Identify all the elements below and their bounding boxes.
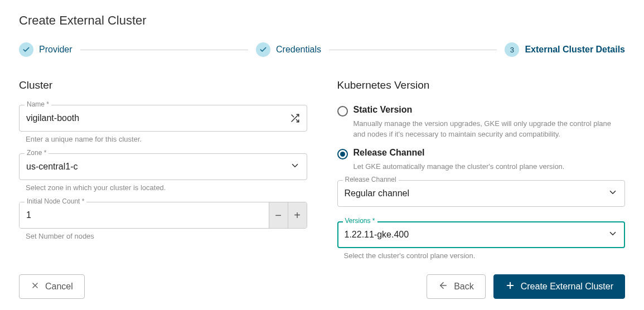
node-count-field-wrapper: Initial Node Count * − +	[19, 202, 307, 229]
channel-label: Release Channel	[343, 176, 399, 183]
svg-line-2	[292, 115, 294, 117]
section-title-cluster: Cluster	[19, 79, 307, 91]
step-provider[interactable]: Provider	[19, 42, 72, 57]
versions-helper: Select the cluster's control plane versi…	[344, 251, 626, 260]
step-number-badge: 3	[505, 42, 519, 57]
footer-actions: Cancel Back Create External Cluster	[19, 274, 625, 299]
zone-value: us-central1-c	[26, 162, 290, 172]
step-credentials[interactable]: Credentials	[256, 42, 321, 57]
create-external-cluster-button[interactable]: Create External Cluster	[493, 274, 625, 299]
radio-release-title: Release Channel	[354, 148, 425, 158]
radio-checked-icon	[337, 149, 348, 159]
step-external-cluster-details: 3 External Cluster Details	[505, 42, 625, 57]
close-icon	[31, 281, 40, 292]
name-input[interactable]	[26, 105, 290, 131]
chevron-down-icon	[608, 229, 618, 241]
radio-static-desc: Manually manage the version upgrades, GK…	[354, 119, 626, 140]
radio-unchecked-icon	[337, 106, 348, 117]
back-label: Back	[454, 282, 474, 292]
zone-helper: Select zone in which your cluster is loc…	[26, 183, 307, 192]
radio-static-version[interactable]: Static Version	[337, 105, 626, 117]
create-label: Create External Cluster	[521, 282, 613, 292]
plus-icon	[505, 280, 515, 293]
name-field-wrapper: Name *	[19, 105, 307, 132]
cancel-label: Cancel	[45, 282, 73, 292]
wizard-stepper: Provider Credentials 3 External Cluster …	[19, 42, 625, 57]
name-label: Name *	[25, 100, 51, 108]
name-helper: Enter a unique name for this cluster.	[26, 135, 307, 143]
node-count-helper: Set Number of nodes	[26, 232, 307, 240]
channel-field-wrapper: Release Channel Regular channel	[337, 180, 626, 207]
node-count-label: Initial Node Count *	[25, 197, 86, 205]
node-count-input[interactable]	[20, 202, 269, 228]
name-field[interactable]	[19, 105, 307, 132]
back-button[interactable]: Back	[427, 274, 486, 299]
versions-label: Versions *	[343, 217, 377, 225]
check-icon	[19, 42, 33, 57]
zone-field-wrapper: Zone * us-central1-c	[19, 153, 307, 180]
decrement-button[interactable]: −	[269, 202, 288, 228]
radio-release-desc: Let GKE automatically manage the cluster…	[354, 162, 626, 172]
chevron-down-icon	[290, 161, 300, 173]
kubernetes-version-section: Kubernetes Version Static Version Manual…	[337, 79, 626, 260]
radio-static-title: Static Version	[354, 105, 413, 115]
channel-select[interactable]: Regular channel	[337, 180, 626, 207]
versions-select[interactable]: 1.22.11-gke.400	[337, 221, 626, 248]
section-title-k8s: Kubernetes Version	[337, 79, 626, 91]
zone-label: Zone *	[25, 149, 49, 157]
increment-button[interactable]: +	[288, 202, 307, 228]
step-label: Credentials	[276, 45, 321, 55]
versions-field-wrapper: Versions * 1.22.11-gke.400	[337, 221, 626, 248]
step-divider	[329, 50, 497, 50]
zone-select[interactable]: us-central1-c	[19, 153, 307, 180]
versions-value: 1.22.11-gke.400	[345, 230, 608, 240]
page-title: Create External Cluster	[19, 13, 625, 28]
cancel-button[interactable]: Cancel	[19, 274, 85, 299]
check-icon	[256, 42, 270, 57]
cluster-section: Cluster Name * Enter a unique name for t…	[19, 79, 307, 260]
shuffle-icon[interactable]	[290, 113, 300, 123]
step-label: Provider	[39, 45, 72, 55]
radio-release-channel[interactable]: Release Channel	[337, 148, 626, 159]
chevron-down-icon	[608, 187, 618, 200]
channel-value: Regular channel	[345, 188, 608, 198]
node-count-stepper[interactable]: − +	[19, 202, 307, 229]
step-divider	[80, 50, 248, 50]
step-label: External Cluster Details	[525, 45, 625, 55]
arrow-left-icon	[438, 280, 448, 293]
